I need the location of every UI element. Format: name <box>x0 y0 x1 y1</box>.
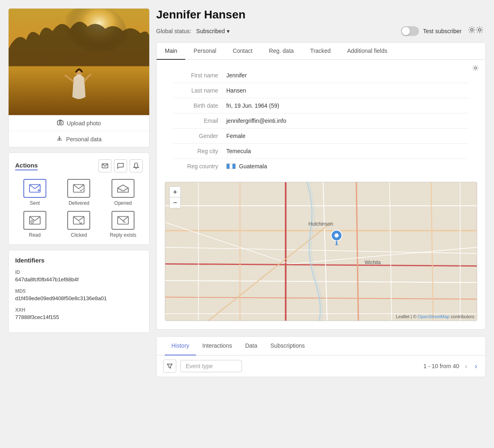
tab-additional-fields[interactable]: Additional fields <box>339 43 396 60</box>
tab-data[interactable]: Data <box>239 337 264 355</box>
pagination-area: 1 - 10 from 40 ‹ › <box>423 361 479 371</box>
tab-interactions[interactable]: Interactions <box>196 337 239 355</box>
sent-icon-box <box>23 179 46 198</box>
tab-main[interactable]: Main <box>157 43 185 60</box>
pagination-text: 1 - 10 from 40 <box>423 363 459 369</box>
svg-point-11 <box>32 221 33 222</box>
status-dropdown[interactable]: Subscribed ▾ <box>196 28 230 34</box>
opened-icon-box <box>112 179 134 198</box>
main-content-area: First name Jennifer Last name Hansen Bir… <box>157 60 485 182</box>
reply-exists-icon-box <box>112 211 134 230</box>
tab-tracked[interactable]: Tracked <box>302 43 339 60</box>
actions-title: Actions <box>15 162 38 170</box>
field-gender: Gender Female <box>173 129 469 144</box>
tab-personal[interactable]: Personal <box>185 43 224 60</box>
attribution-suffix: contributors <box>449 314 474 319</box>
birth-date-label: Birth date <box>173 102 226 109</box>
test-subscriber-toggle[interactable] <box>401 26 419 36</box>
subscriber-name: Jennifer Hansen <box>156 8 486 21</box>
personal-data-button[interactable]: Personal data <box>9 131 149 147</box>
svg-point-38 <box>335 244 339 245</box>
first-name-value: Jennifer <box>226 72 247 79</box>
stat-clicked[interactable]: Clicked <box>59 211 99 238</box>
reg-country-label: Reg country <box>173 163 226 170</box>
page-next-button[interactable]: › <box>473 361 479 371</box>
global-status-label: Global status: <box>156 28 191 34</box>
clicked-icon-box <box>67 211 90 230</box>
reg-country-value: Guatemala <box>226 163 267 170</box>
stat-reply-exists[interactable]: Reply exists <box>103 211 143 238</box>
svg-point-14 <box>471 29 473 31</box>
subscriber-photo <box>9 9 149 115</box>
email-action-button[interactable] <box>98 159 112 172</box>
chat-action-button[interactable] <box>114 159 127 172</box>
right-panel: Jennifer Hansen Global status: Subscribe… <box>156 8 486 440</box>
country-flag <box>226 163 236 169</box>
openstreetmap-link[interactable]: OpenStreetMap <box>418 314 450 319</box>
page-prev-button[interactable]: ‹ <box>463 361 469 371</box>
field-birth-date: Birth date fri, 19 Jun. 1964 (59) <box>173 98 469 113</box>
field-reg-city: Reg city Temecula <box>173 144 469 159</box>
map-hutchinson-label: Hutchinson <box>309 221 333 227</box>
status-value: Subscribed <box>196 28 225 34</box>
last-name-label: Last name <box>173 87 226 94</box>
tab-history[interactable]: History <box>165 337 196 355</box>
toggle-label: Test subscriber <box>423 28 462 34</box>
main-card: Main Personal Contact Reg. data Tracked … <box>156 42 486 330</box>
stat-sent[interactable]: Sent <box>15 179 55 206</box>
field-settings-button[interactable] <box>472 65 479 73</box>
stats-grid: Sent Delivered <box>15 179 143 238</box>
svg-point-5 <box>59 122 61 124</box>
identifier-md5: MD5 d1f459ede09ed9408f50e8c3136e8a01 <box>15 288 143 301</box>
tab-subscriptions[interactable]: Subscriptions <box>264 337 312 355</box>
bottom-toolbar: Event type 1 - 10 from 40 ‹ › <box>157 355 485 377</box>
event-type-dropdown[interactable]: Event type <box>180 360 242 372</box>
map-zoom-out[interactable]: − <box>170 197 180 208</box>
reg-city-value: Temecula <box>226 148 251 154</box>
field-first-name: First name Jennifer <box>173 68 469 83</box>
tab-contact[interactable]: Contact <box>225 43 261 60</box>
first-name-label: First name <box>173 72 226 79</box>
read-label: Read <box>29 232 41 238</box>
actions-card: Actions <box>8 152 150 245</box>
svg-rect-4 <box>57 121 63 125</box>
bottom-tabs-row: History Interactions Data Subscriptions <box>157 337 485 355</box>
birth-date-value: fri, 19 Jun. 1964 (59) <box>226 102 279 109</box>
last-name-value: Hansen <box>226 87 246 94</box>
camera-icon <box>57 120 64 127</box>
bell-action-button[interactable] <box>130 159 143 172</box>
map-location-pin <box>331 230 342 249</box>
map-zoom-in[interactable]: + <box>170 187 180 197</box>
delivered-label: Delivered <box>68 200 89 206</box>
read-icon-box <box>23 211 46 230</box>
subscriber-settings-button[interactable] <box>466 25 486 36</box>
reg-city-label: Reg city <box>173 148 226 154</box>
location-map[interactable]: Hutchinson Wichita + − <box>165 182 477 321</box>
upload-photo-button[interactable]: Upload photo <box>9 115 149 131</box>
opened-label: Opened <box>114 200 132 206</box>
gender-value: Female <box>226 133 246 139</box>
identifier-xxh: XXH 77888f3cec14f155 <box>15 307 143 320</box>
map-zoom-controls: + − <box>169 186 181 208</box>
stat-read[interactable]: Read <box>15 211 55 238</box>
stat-opened[interactable]: Opened <box>103 179 143 206</box>
field-reg-country: Reg country Guatemala <box>173 159 469 174</box>
actions-icon-group <box>98 159 143 172</box>
left-panel: Upload photo Personal data Actions <box>8 8 150 440</box>
global-status-row: Global status: Subscribed ▾ Test subscri… <box>156 25 486 36</box>
svg-point-15 <box>478 29 481 31</box>
filter-button[interactable] <box>163 360 176 373</box>
field-email: Email jennifergriffin@einti.info <box>173 113 469 129</box>
email-value: jennifergriffin@einti.info <box>226 118 286 124</box>
photo-card: Upload photo Personal data <box>8 8 150 147</box>
tab-reg-data[interactable]: Reg. data <box>261 43 302 60</box>
chevron-down-icon: ▾ <box>227 28 230 34</box>
svg-point-16 <box>475 67 477 69</box>
map-attribution: Leaflet | © OpenStreetMap contributors <box>396 314 474 319</box>
filter-area: Event type <box>163 360 242 373</box>
main-tabs-row: Main Personal Contact Reg. data Tracked … <box>157 43 485 60</box>
delivered-icon-box <box>67 179 90 198</box>
gender-label: Gender <box>173 133 226 139</box>
toggle-area: Test subscriber <box>401 25 486 36</box>
stat-delivered[interactable]: Delivered <box>59 179 99 206</box>
